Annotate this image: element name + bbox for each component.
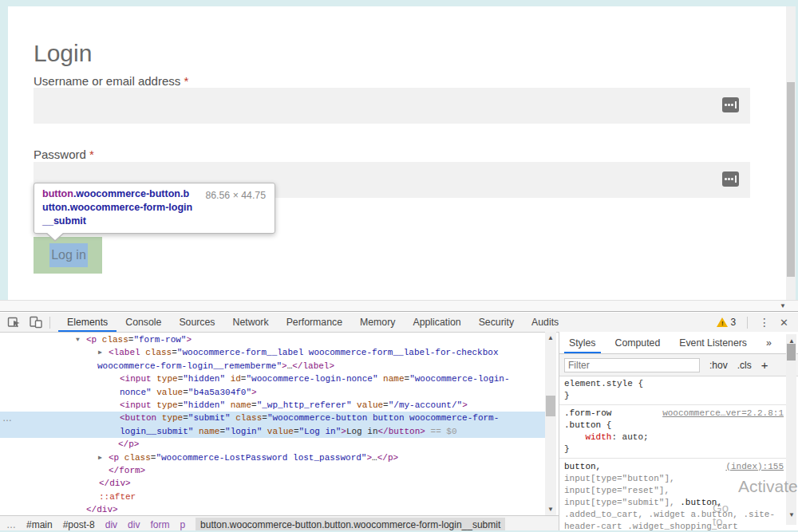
code-segment: Log in (346, 427, 378, 436)
sidebar-tab-event-listeners[interactable]: Event Listeners (670, 333, 757, 353)
toolbar-separator (747, 317, 748, 329)
tooltip-tag: button (42, 188, 73, 199)
sidebar-tab-»[interactable]: » (757, 333, 781, 353)
tab-audits[interactable]: Audits (523, 313, 567, 332)
breadcrumb-item[interactable]: #post-8 (63, 519, 95, 530)
scroll-up-arrow-icon[interactable]: ▲ (547, 334, 554, 341)
code-segment: </div> (99, 479, 131, 488)
code-segment: value (262, 427, 294, 436)
scrollbar-thumb[interactable] (787, 82, 795, 277)
device-toolbar-icon[interactable] (29, 315, 43, 329)
dom-tree-line[interactable]: ▶<label class="woocommerce-form__label w… (0, 346, 545, 359)
stylesheet-link[interactable]: (index):155 (725, 462, 784, 471)
css-line[interactable]: width: auto; (564, 432, 784, 443)
stylesheet-link[interactable]: woocommerce…ver=2.2.8:1 (662, 408, 784, 418)
dom-tree-line[interactable]: ▼<p class="form-row"> (0, 333, 545, 346)
code-segment: login__submit" (120, 427, 193, 436)
css-line[interactable]: input[type="button"], (564, 473, 784, 485)
dom-tree-line[interactable]: </div> (0, 477, 545, 490)
scrollbar-thumb[interactable] (787, 344, 796, 361)
dom-tree-line[interactable]: woocommerce-form-login__rememberme">…</l… (0, 360, 545, 372)
page-scrollbar-corner: ▼ (0, 300, 798, 312)
code-segment: "woocommerce-LostPassword lost_password" (156, 453, 366, 463)
tab-application[interactable]: Application (404, 313, 469, 332)
code-segment: <label (109, 348, 140, 357)
username-input[interactable] (34, 88, 750, 124)
tab-security[interactable]: Security (470, 313, 523, 332)
code-segment: <button (120, 413, 156, 423)
browser-viewport: Login Username or email address * Passwo… (0, 0, 798, 311)
breadcrumb-item[interactable]: button.woocommerce-button.button.woocomm… (196, 518, 505, 532)
tab-sources[interactable]: Sources (170, 313, 223, 332)
css-line[interactable]: } (564, 390, 784, 402)
code-segment: … (372, 453, 377, 463)
new-style-rule-button[interactable]: + (761, 358, 768, 372)
autofill-dot (731, 178, 733, 180)
breadcrumb-item[interactable]: form (150, 519, 169, 530)
autofill-dot (725, 178, 727, 180)
pseudo-state-toggle[interactable]: :hov (709, 360, 728, 371)
scroll-down-arrow-icon[interactable]: ▼ (780, 302, 786, 309)
devtools-close-icon[interactable]: ✕ (780, 317, 788, 329)
tooltip-classes-1: .woocommerce-button.b (73, 188, 189, 199)
breadcrumb-item[interactable]: #main (26, 519, 53, 530)
code-segment: "form-row" (133, 335, 186, 345)
css-line[interactable]: .button { (564, 420, 784, 432)
dom-tree-line[interactable]: <input type="hidden" id="woocommerce-log… (0, 372, 545, 385)
tab-network[interactable]: Network (224, 313, 278, 332)
collapse-arrow-icon[interactable]: ▼ (76, 333, 86, 346)
page-vertical-scrollbar[interactable] (786, 6, 796, 300)
code-segment: "hidden" (183, 400, 225, 410)
dom-tree-line[interactable]: </div> (0, 503, 545, 515)
expand-arrow-icon[interactable]: ▶ (98, 451, 109, 464)
css-line[interactable]: } (564, 443, 784, 455)
styles-scrollbar[interactable]: ▲ ▼ (786, 334, 796, 525)
dom-tree-line[interactable]: <input type="hidden" name="_wp_http_refe… (0, 399, 545, 412)
dom-tree-line[interactable]: <button type="submit" class="woocommerce… (0, 412, 545, 424)
sidebar-tab-styles[interactable]: Styles (559, 333, 606, 353)
sidebar-tab-bar: StylesComputedEvent Listeners» (559, 332, 798, 354)
dom-tree-line[interactable]: </p> (0, 438, 545, 451)
dom-tree-line[interactable]: ▶<p class="woocommerce-LostPassword lost… (0, 451, 545, 464)
code-segment: name (225, 400, 251, 410)
css-line[interactable]: input[type="reset"], (564, 485, 784, 497)
breadcrumb-item[interactable]: div (128, 519, 140, 530)
inspect-element-icon[interactable] (7, 315, 22, 329)
tab-memory[interactable]: Memory (351, 313, 404, 332)
breadcrumb-item[interactable]: … (6, 519, 16, 530)
code-segment: input[type="reset"], (564, 486, 670, 495)
dom-tree-line[interactable]: login__submit" name="login" value="Log i… (0, 425, 545, 438)
sidebar-tab-computed[interactable]: Computed (606, 333, 670, 353)
code-segment: type (156, 413, 183, 423)
expand-arrow-icon[interactable]: ▶ (98, 346, 109, 359)
code-segment: "_wp_http_referer" (257, 400, 352, 410)
styles-filter-input[interactable] (564, 358, 700, 372)
code-segment: > (186, 335, 192, 345)
login-button-padding-highlight: Log in (34, 237, 102, 274)
code-segment: } (564, 391, 570, 400)
elements-scrollbar[interactable]: ▲ ▼ (545, 332, 556, 515)
element-classes-toggle[interactable]: .cls (737, 360, 752, 371)
breadcrumb-item[interactable]: p (180, 519, 185, 530)
tooltip-classes-3: __submit (42, 215, 86, 227)
devtools-menu-icon[interactable]: ⋮ (759, 316, 770, 329)
selected-row-ellipsis[interactable]: … (2, 412, 12, 424)
dom-tree-line[interactable]: </form> (0, 464, 545, 477)
tab-elements[interactable]: Elements (58, 313, 117, 332)
warnings-badge[interactable]: ! 3 (717, 317, 736, 328)
breadcrumb-item[interactable]: div (105, 519, 117, 530)
scrollbar-thumb[interactable] (546, 396, 555, 416)
autofill-icon[interactable] (722, 97, 739, 112)
css-line[interactable]: element.style { (564, 378, 784, 390)
tab-console[interactable]: Console (117, 313, 170, 332)
autofill-icon[interactable] (722, 171, 739, 187)
dom-tree-line[interactable]: ::after (0, 491, 545, 503)
dom-tree-line[interactable]: nonce" value="b4a5a304f0"> (0, 386, 545, 399)
login-button[interactable]: Log in (49, 243, 88, 267)
css-line[interactable]: .added_to_cart, .widget a.button, .site- (564, 509, 784, 521)
tab-performance[interactable]: Performance (278, 313, 351, 332)
code-segment: "Log in" (298, 427, 341, 436)
css-line[interactable]: input[type="submit"], .button, (564, 497, 784, 509)
scroll-down-arrow-icon[interactable]: ▼ (788, 511, 795, 518)
scroll-down-arrow-icon[interactable]: ▼ (547, 506, 554, 513)
